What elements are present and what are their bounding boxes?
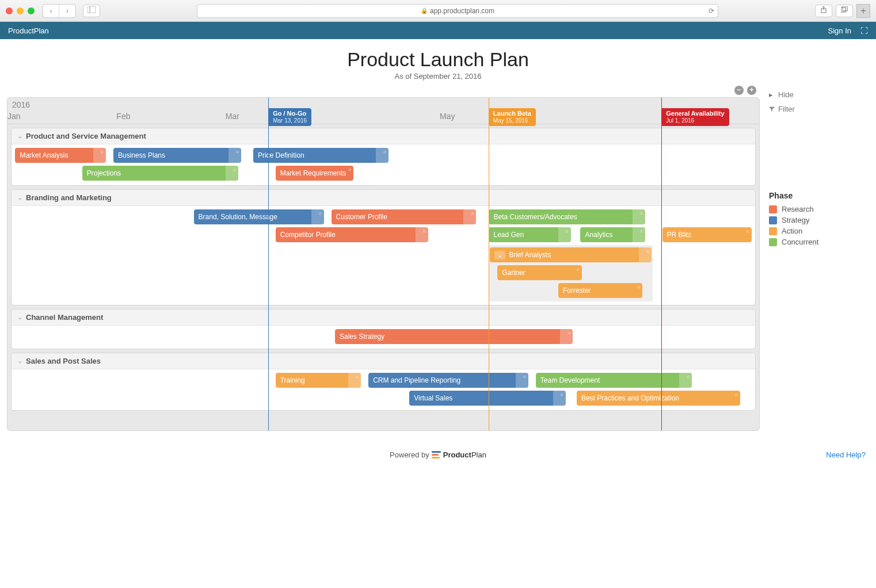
- roadmap-bar[interactable]: Analytics≡: [580, 227, 645, 242]
- roadmap-bar[interactable]: Brand, Solution, Message≡: [194, 209, 324, 224]
- roadmap-bar[interactable]: Business Plans≡: [113, 148, 241, 163]
- close-icon[interactable]: [6, 7, 13, 14]
- fullscreen-icon[interactable]: ⛶: [860, 26, 868, 35]
- maximize-icon[interactable]: [28, 7, 35, 14]
- page-subtitle: As of September 21, 2016: [0, 72, 876, 81]
- lane-row: Virtual Sales≡Best Practices and Optimiz…: [12, 390, 755, 407]
- grip-icon: ≡: [568, 331, 570, 336]
- legend-swatch: [769, 216, 777, 224]
- lane-row: Gartner≡: [490, 265, 651, 282]
- productplan-logo[interactable]: ProductPlan: [432, 450, 486, 459]
- chevron-down-icon: ⌄: [17, 357, 22, 365]
- roadmap-bar[interactable]: PR Blitz≡: [662, 227, 752, 242]
- roadmap-bar[interactable]: Lead Gen≡: [489, 227, 570, 242]
- lane-row: Training≡CRM and Pipeline Reporting≡Team…: [12, 372, 755, 390]
- roadmap-bar[interactable]: Market Analysis≡: [15, 148, 106, 163]
- lane-row: Brand, Solution, Message≡Customer Profil…: [12, 209, 755, 226]
- roadmap-bar[interactable]: Customer Profile≡: [332, 209, 477, 224]
- roadmap-bar[interactable]: Market Requirements≡: [276, 166, 354, 181]
- forward-button[interactable]: ›: [59, 5, 75, 17]
- reload-icon[interactable]: ⟳: [709, 7, 714, 15]
- month-label: Feb: [116, 112, 130, 121]
- title-area: Product Launch Plan As of September 21, …: [0, 39, 876, 84]
- lane: ⌄Product and Service ManagementMarket An…: [11, 128, 756, 186]
- share-button[interactable]: [815, 5, 832, 17]
- roadmap-bar[interactable]: Gartner≡: [497, 265, 581, 280]
- lock-icon: 🔒: [421, 7, 428, 14]
- app-brand[interactable]: ProductPlan: [8, 26, 49, 35]
- roadmap-bar[interactable]: CRM and Pipeline Reporting≡: [368, 373, 528, 388]
- roadmap-bar[interactable]: Sales Strategy≡: [335, 329, 573, 344]
- grip-icon: ≡: [523, 375, 526, 380]
- footer: Powered by ProductPlan Need Help?: [0, 442, 876, 467]
- milestone-flag[interactable]: Launch BetaMay 15, 2016: [489, 108, 536, 126]
- timeline-header: 2016 JanFebMarMay: [7, 98, 759, 124]
- window-controls: [6, 7, 35, 14]
- lane-row: Sales Strategy≡: [12, 329, 755, 346]
- zoom-controls: − +: [7, 84, 760, 97]
- tabs-button[interactable]: [836, 5, 853, 17]
- sidebar-toggle-button[interactable]: [83, 5, 100, 17]
- zoom-out-button[interactable]: −: [734, 86, 744, 95]
- milestone-line: Launch BetaMay 15, 2016: [489, 98, 489, 430]
- lane-row: Forrester≡: [490, 282, 651, 300]
- grip-icon: ≡: [576, 267, 579, 272]
- url-text: app.productplan.com: [430, 7, 494, 15]
- powered-by-label: Powered by: [390, 450, 429, 459]
- roadmap-bar[interactable]: ⌄Brief Analysts≡: [490, 247, 651, 262]
- url-bar[interactable]: 🔒 app.productplan.com ⟳: [197, 4, 718, 18]
- new-tab-button[interactable]: +: [856, 4, 870, 18]
- zoom-in-button[interactable]: +: [747, 86, 756, 95]
- lane-header[interactable]: ⌄Channel Management: [12, 310, 755, 326]
- chevron-down-icon[interactable]: ⌄: [494, 251, 505, 259]
- roadmap-bar[interactable]: Price Definition≡: [253, 148, 389, 163]
- roadmap-bar[interactable]: Virtual Sales≡: [409, 391, 565, 406]
- milestone-flag[interactable]: General AvailabilityJul 1, 2016: [661, 108, 729, 126]
- legend-item[interactable]: Action: [769, 226, 869, 236]
- roadmap-bar[interactable]: Training≡: [276, 373, 361, 388]
- legend-item[interactable]: Concurrent: [769, 236, 869, 247]
- lane-row: Market Analysis≡Business Plans≡Price Def…: [12, 147, 755, 165]
- roadmap-bar[interactable]: Projections≡: [82, 166, 238, 181]
- milestone-line: Go / No-GoMar 13, 2016: [268, 98, 269, 430]
- timeline-year: 2016: [12, 100, 30, 109]
- roadmap-bar[interactable]: Beta Customers/Advocates≡: [489, 209, 645, 224]
- filter-toggle[interactable]: Filter: [769, 102, 869, 116]
- signin-link[interactable]: Sign In: [828, 26, 851, 35]
- caret-right-icon: ▸: [769, 90, 775, 99]
- grip-icon: ≡: [348, 167, 351, 173]
- lane-header[interactable]: ⌄Product and Service Management: [12, 128, 755, 144]
- roadmap-bar[interactable]: Forrester≡: [558, 283, 642, 298]
- back-button[interactable]: ‹: [43, 5, 59, 17]
- lane: ⌄Sales and Post SalesTraining≡CRM and Pi…: [11, 353, 756, 411]
- grip-icon: ≡: [233, 167, 236, 173]
- help-link[interactable]: Need Help?: [826, 450, 866, 459]
- grip-icon: ≡: [637, 285, 640, 290]
- legend-item[interactable]: Research: [769, 204, 869, 215]
- lane-row: Competitor Profile≡Lead Gen≡Analytics≡PR…: [12, 227, 755, 244]
- grip-icon: ≡: [318, 211, 321, 216]
- grip-icon: ≡: [746, 229, 749, 234]
- roadmap-bar[interactable]: Best Practices and Optimization≡: [577, 391, 740, 406]
- filter-icon: [769, 106, 775, 113]
- page-title: Product Launch Plan: [0, 48, 876, 71]
- legend-title: Phase: [769, 191, 869, 200]
- milestone-flag[interactable]: Go / No-GoMar 13, 2016: [268, 108, 311, 126]
- month-label: May: [440, 112, 455, 121]
- roadmap-bar[interactable]: Team Development≡: [536, 373, 692, 388]
- minimize-icon[interactable]: [17, 7, 24, 14]
- grip-icon: ≡: [101, 150, 104, 155]
- sidebar: ▸ Hide Filter Phase ResearchStrategyActi…: [760, 84, 869, 431]
- svg-rect-0: [87, 6, 96, 13]
- grip-icon: ≡: [422, 229, 425, 234]
- chevron-down-icon: ⌄: [17, 314, 22, 321]
- legend-item[interactable]: Strategy: [769, 215, 869, 226]
- lane-header[interactable]: ⌄Branding and Marketing: [12, 190, 755, 206]
- grip-icon: ≡: [383, 150, 386, 155]
- legend-swatch: [769, 238, 777, 246]
- timeline[interactable]: 2016 JanFebMarMay ⌄Product and Service M…: [7, 97, 760, 431]
- hide-toggle[interactable]: ▸ Hide: [769, 87, 869, 102]
- grip-icon: ≡: [236, 150, 239, 155]
- lane-header[interactable]: ⌄Sales and Post Sales: [12, 353, 755, 369]
- roadmap-bar[interactable]: Competitor Profile≡: [276, 227, 428, 242]
